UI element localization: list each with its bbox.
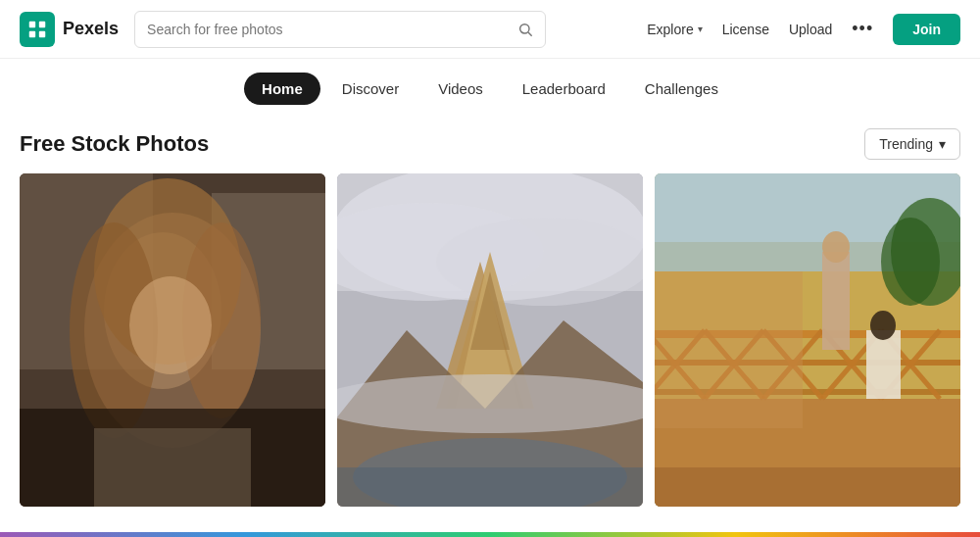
join-button[interactable]: Join <box>893 14 960 45</box>
search-input[interactable] <box>147 22 517 37</box>
search-bar <box>134 11 546 48</box>
svg-rect-1 <box>39 21 45 26</box>
upload-nav[interactable]: Upload <box>789 22 832 37</box>
section-title: Free Stock Photos <box>20 131 209 157</box>
svg-point-52 <box>870 311 896 340</box>
svg-point-14 <box>129 276 212 374</box>
subnav-challenges[interactable]: Challenges <box>627 73 736 105</box>
license-nav[interactable]: License <box>722 22 769 37</box>
svg-point-29 <box>337 374 643 433</box>
main-content: Free Stock Photos Trending ▾ <box>0 119 980 507</box>
logo-text: Pexels <box>63 19 119 39</box>
svg-rect-53 <box>655 467 960 507</box>
photo-grid <box>20 173 960 507</box>
trending-button[interactable]: Trending ▾ <box>864 128 960 160</box>
search-button[interactable] <box>517 22 533 37</box>
svg-point-21 <box>436 218 643 306</box>
explore-nav[interactable]: Explore ▾ <box>647 22 702 37</box>
logo-area: Pexels <box>20 12 119 47</box>
photo-item-3[interactable] <box>655 173 960 507</box>
pexels-logo-icon <box>20 12 55 47</box>
header: Pexels Explore ▾ License Upload ••• Join <box>0 0 980 59</box>
photo-item-1[interactable] <box>20 173 325 507</box>
svg-rect-0 <box>29 21 35 26</box>
trending-chevron-icon: ▾ <box>939 136 946 152</box>
sub-navigation: Home Discover Videos Leaderboard Challen… <box>0 59 980 119</box>
svg-rect-49 <box>822 252 850 350</box>
svg-point-50 <box>822 231 850 263</box>
svg-line-5 <box>528 32 532 36</box>
svg-point-34 <box>881 218 940 306</box>
subnav-home[interactable]: Home <box>244 73 320 105</box>
section-header: Free Stock Photos Trending ▾ <box>20 128 960 160</box>
svg-rect-2 <box>29 30 35 36</box>
subnav-discover[interactable]: Discover <box>324 73 416 105</box>
svg-rect-28 <box>337 467 643 507</box>
svg-point-4 <box>520 24 529 32</box>
explore-chevron-icon: ▾ <box>698 24 703 34</box>
svg-rect-51 <box>866 330 901 399</box>
subnav-videos[interactable]: Videos <box>420 73 501 105</box>
photo-item-2[interactable] <box>337 173 643 507</box>
svg-rect-3 <box>39 30 45 36</box>
bottom-bar <box>0 532 980 537</box>
svg-rect-54 <box>655 271 803 428</box>
more-button[interactable]: ••• <box>852 19 873 39</box>
svg-rect-16 <box>94 428 251 507</box>
header-right: Explore ▾ License Upload ••• Join <box>647 14 960 45</box>
subnav-leaderboard[interactable]: Leaderboard <box>505 73 623 105</box>
